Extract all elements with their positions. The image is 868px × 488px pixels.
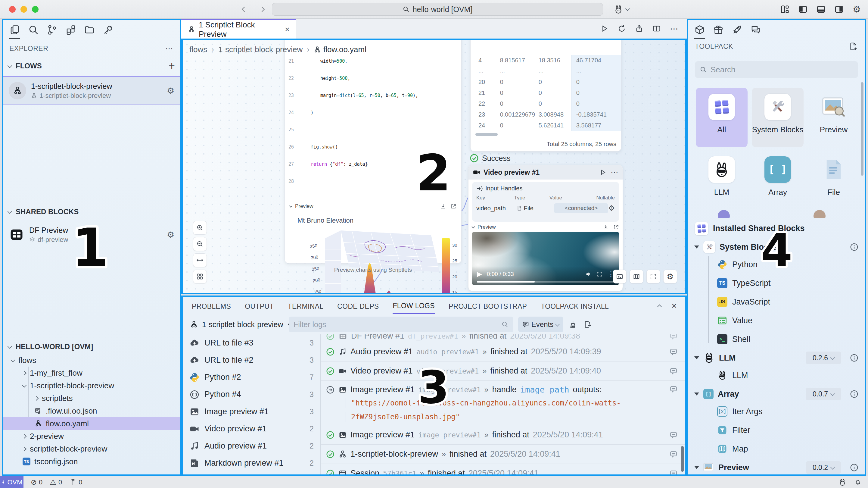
log-row[interactable]: Audio preview #1audio_preview#1»finished… [321,342,685,362]
ports-indicator[interactable]: 0 [69,478,82,486]
handle-settings-gear-icon[interactable]: ⚙ [608,204,615,212]
list-item[interactable]: Python #43 [183,386,320,403]
minimap-button[interactable] [629,269,643,284]
info-icon[interactable] [849,353,859,363]
sidebar-scrollbar[interactable] [861,82,864,176]
zoom-in-button[interactable] [193,221,207,235]
download-icon[interactable] [440,203,446,209]
rocket-icon[interactable] [729,20,745,39]
list-item[interactable]: Video preview #12 [183,420,320,437]
export-logs-icon[interactable] [584,320,592,328]
block-shell[interactable]: >_Shell [688,331,865,348]
folder-icon[interactable] [82,20,97,39]
forward-icon[interactable] [259,5,267,13]
more-actions-icon[interactable]: ⋯ [670,24,678,34]
canvas-settings-button[interactable]: ⚙ [663,269,677,284]
fullscreen-icon[interactable] [597,271,603,277]
block-map[interactable]: Map [688,440,865,458]
minimize-window-button[interactable] [21,6,27,13]
tree-item-scriptlet-block-preview[interactable]: 1-scriptlet-block-preview [3,379,180,392]
tab-toolpack-install[interactable]: TOOLPACK INSTALL [541,298,609,314]
comment-icon[interactable] [670,450,677,458]
filter-logs-input[interactable] [293,320,501,329]
add-flow-button[interactable]: + [168,60,175,72]
tree-item-flow-yaml-selected[interactable]: flow.oo.yaml [3,417,180,430]
category-system-blocks[interactable]: System Blocks [752,88,804,147]
close-panel-icon[interactable]: × [672,300,677,311]
flow-list-item[interactable]: 1-scriptlet-block-preview 1-scriptlet-bl… [3,76,180,105]
category-array[interactable]: [ ]Array [752,150,804,210]
tree-item-scriptlet-block-preview-2[interactable]: scriptlet-block-preview [3,442,180,455]
breadcrumb-flows[interactable]: flows [189,45,207,54]
breadcrumb-current[interactable]: flow.oo.yaml [314,45,366,54]
fit-view-button[interactable] [193,253,207,267]
block-typescript[interactable]: TSTypeScript [688,275,865,292]
log-row[interactable]: Image preview #1image_preview#1»finished… [321,425,685,444]
preview-section-header[interactable]: Preview [472,224,619,232]
comment-icon[interactable] [670,470,677,475]
tab-terminal[interactable]: TERMINAL [288,298,324,314]
comment-icon[interactable] [670,367,677,375]
blocks-icon[interactable] [63,20,79,39]
key-icon[interactable] [100,20,116,39]
layout-grid-icon[interactable] [780,5,789,14]
close-window-button[interactable] [9,6,16,13]
flows-view-icon[interactable] [44,20,60,39]
explorer-more-icon[interactable]: ⋯ [165,44,174,53]
list-item[interactable]: Markdown preview #12 [183,455,320,472]
list-item[interactable]: URL to file #33 [183,334,320,351]
logs-scrollbar[interactable] [681,446,684,472]
breadcrumb[interactable]: flows › 1-scriptlet-block-preview › flow… [189,45,366,54]
tab-output[interactable]: OUTPUT [245,298,274,314]
gift-icon[interactable] [711,20,726,39]
layout-button[interactable] [193,269,207,284]
breadcrumb-flow-folder[interactable]: 1-scriptlet-block-preview [218,45,303,54]
list-item[interactable]: Audio preview #12 [183,437,320,455]
preview-section-header[interactable]: Preview [290,200,457,209]
category-preview[interactable]: Preview [808,88,860,147]
clear-logs-icon[interactable] [569,320,577,328]
console-button[interactable] [613,269,626,284]
group-llm[interactable]: LLM 0.2.6 [688,349,865,367]
output-url[interactable]: 2fWZ9jsoIe0-unsplash.jpg" [326,412,664,422]
open-external-icon[interactable] [613,224,619,230]
zoom-out-button[interactable] [193,237,207,251]
info-icon[interactable] [849,242,859,252]
handle-value-chip[interactable]: <connected> [554,203,608,213]
log-row[interactable]: Video preview #1video_preview#1»finished… [321,362,685,381]
log-row[interactable]: 1-scriptlet-block-preview»finished at202… [321,444,685,464]
new-block-icon[interactable] [849,42,858,51]
comment-icon[interactable] [670,431,677,439]
command-center-search[interactable]: hello-world [OVM] [272,3,603,16]
zoom-window-button[interactable] [32,6,38,13]
block-filter[interactable]: Filter [688,422,865,439]
toggle-bottom-panel-icon[interactable] [816,5,826,14]
block-python[interactable]: Python [688,256,865,273]
fullscreen-button[interactable] [646,269,660,284]
back-icon[interactable] [239,5,248,13]
editor-tab[interactable]: 1 Scriptlet Block Preview × [181,19,296,38]
comment-icon[interactable] [670,385,677,393]
comment-icon[interactable] [670,334,677,340]
tab-project-bootstrap[interactable]: PROJECT BOOTSTRAP [448,298,527,314]
window-controls[interactable] [9,6,43,13]
maximize-panel-icon[interactable] [657,304,662,309]
flow-canvas[interactable]: flows › 1-scriptlet-block-preview › flow… [181,38,687,294]
chat-icon[interactable] [748,20,764,39]
rabbit-menu[interactable] [613,4,629,15]
run-node-icon[interactable] [599,169,607,176]
files-icon[interactable] [7,20,23,39]
group-preview[interactable]: Preview 0.0.2 [688,459,865,476]
filter-logs-box[interactable] [289,317,513,332]
split-editor-icon[interactable] [652,24,661,33]
list-item[interactable]: URL to file #23 [183,351,320,369]
toggle-left-panel-icon[interactable] [799,5,807,14]
block-llm[interactable]: LLM [688,367,865,384]
category-all[interactable]: All [696,88,748,147]
search-icon[interactable] [26,20,41,39]
remote-ovm-badge[interactable]: OVM [0,476,24,488]
tree-item-scriptlets[interactable]: scriptlets [3,392,180,405]
block-javascript[interactable]: JSJavaScript [688,293,865,311]
group-system-blocks[interactable]: System Blocks [688,238,865,256]
rerun-icon[interactable] [618,24,626,33]
